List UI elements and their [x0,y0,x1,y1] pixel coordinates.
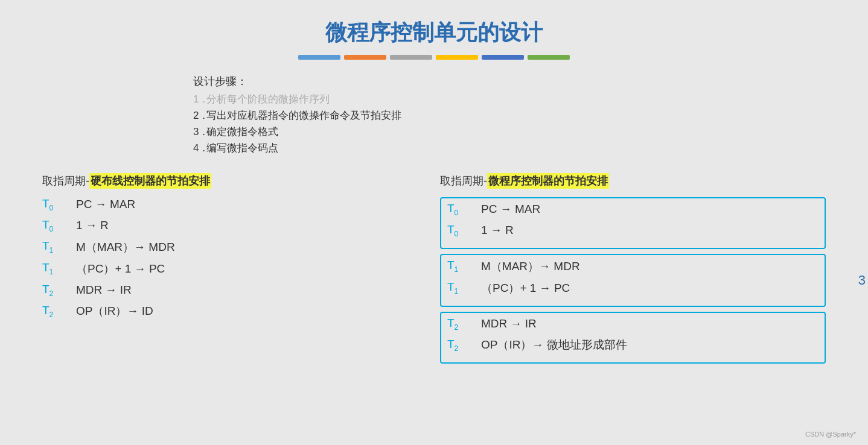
op-content: PC → MAR [481,203,540,216]
op-content: （PC）+ 1 → PC [76,261,165,277]
op-content: MDR → IR [76,283,132,297]
op-content: （PC）+ 1 → PC [481,280,570,296]
op-row: T0 1 → R [447,223,819,238]
color-bars [36,55,832,60]
step-item: 2．写出对应机器指令的微操作命令及节拍安排 [193,109,832,122]
right-section-header: 取指周期- 微程序控制器的节拍安排 [440,173,826,189]
count-label: 3 条微指令 [858,271,868,289]
time-label: T1 [42,261,64,276]
op-content: 1 → R [76,219,109,232]
steps-section: 设计步骤： 1．分析每个阶段的微操作序列2．写出对应机器指令的微操作命令及节拍安… [193,74,832,155]
right-column-wrapper: T0 PC → MAR T0 1 → R T1 M（MAR）→ MDR T1 （… [440,197,826,364]
color-bar [528,55,570,60]
steps-title: 设计步骤： [193,74,832,89]
left-header-plain: 取指周期- [42,174,89,188]
op-row: T1 （PC）+ 1 → PC [42,261,428,277]
op-row: T2 MDR → IR [42,283,428,298]
op-row: T0 1 → R [42,218,428,233]
left-header-highlighted: 硬布线控制器的节拍安排 [89,173,211,189]
time-label: T0 [42,197,64,212]
op-row: T2 MDR → IR [447,317,819,332]
time-label: T1 [447,259,469,274]
op-row: T1 M（MAR）→ MDR [447,259,819,274]
time-label: T0 [42,218,64,233]
page-title: 微程序控制单元的设计 [36,18,832,48]
box-group: T0 PC → MAR T0 1 → R [440,197,826,249]
left-rows: T0 PC → MAR T0 1 → R T1 M（MAR）→ MDR T1 （… [42,197,428,319]
op-content: MDR → IR [481,317,537,330]
box-group: T1 M（MAR）→ MDR T1 （PC）+ 1 → PC [440,254,826,307]
step-num: 3． [193,125,206,139]
op-row: T1 M（MAR）→ MDR [42,239,428,255]
right-column: 取指周期- 微程序控制器的节拍安排 T0 PC → MAR T0 1 → R T… [434,173,832,368]
right-header-highlighted: 微程序控制器的节拍安排 [487,173,609,189]
step-num: 2． [193,109,206,122]
step-item: 4．编写微指令码点 [193,141,832,155]
op-row: T2 OP（IR）→ ID [42,303,428,319]
two-columns: 取指周期- 硬布线控制器的节拍安排 T0 PC → MAR T0 1 → R T… [36,173,832,368]
op-content: 1 → R [481,224,514,237]
step-item: 3．确定微指令格式 [193,125,832,139]
time-label: T1 [447,280,469,295]
left-column: 取指周期- 硬布线控制器的节拍安排 T0 PC → MAR T0 1 → R T… [36,173,434,368]
box-group: T2 MDR → IR T2 OP（IR）→ 微地址形成部件 [440,312,826,364]
time-label: T2 [447,317,469,332]
op-row: T0 PC → MAR [447,202,819,217]
time-label: T2 [42,304,64,319]
step-num: 1． [193,92,206,106]
color-bar [390,55,432,60]
color-bar [482,55,524,60]
time-label: T1 [42,239,64,254]
time-label: T0 [447,223,469,238]
op-row: T0 PC → MAR [42,197,428,212]
time-label: T0 [447,202,469,217]
step-item: 1．分析每个阶段的微操作序列 [193,92,832,106]
time-label: T2 [42,283,64,298]
op-content: OP（IR）→ 微地址形成部件 [481,337,627,353]
op-content: PC → MAR [76,198,135,211]
right-header-plain: 取指周期- [440,174,487,188]
page-container: 微程序控制单元的设计 设计步骤： 1．分析每个阶段的微操作序列2．写出对应机器指… [0,0,868,445]
color-bar [436,55,478,60]
watermark: CSDN @Sparky* [805,431,856,438]
color-bar [298,55,340,60]
right-boxes: T0 PC → MAR T0 1 → R T1 M（MAR）→ MDR T1 （… [440,197,826,364]
time-label: T2 [447,338,469,353]
left-section-header: 取指周期- 硬布线控制器的节拍安排 [42,173,428,189]
op-row: T2 OP（IR）→ 微地址形成部件 [447,337,819,353]
op-content: M（MAR）→ MDR [76,239,175,255]
step-num: 4． [193,141,206,155]
steps-list: 1．分析每个阶段的微操作序列2．写出对应机器指令的微操作命令及节拍安排3．确定微… [193,92,832,155]
op-content: M（MAR）→ MDR [481,259,580,274]
op-content: OP（IR）→ ID [76,303,153,319]
op-row: T1 （PC）+ 1 → PC [447,280,819,296]
color-bar [344,55,386,60]
